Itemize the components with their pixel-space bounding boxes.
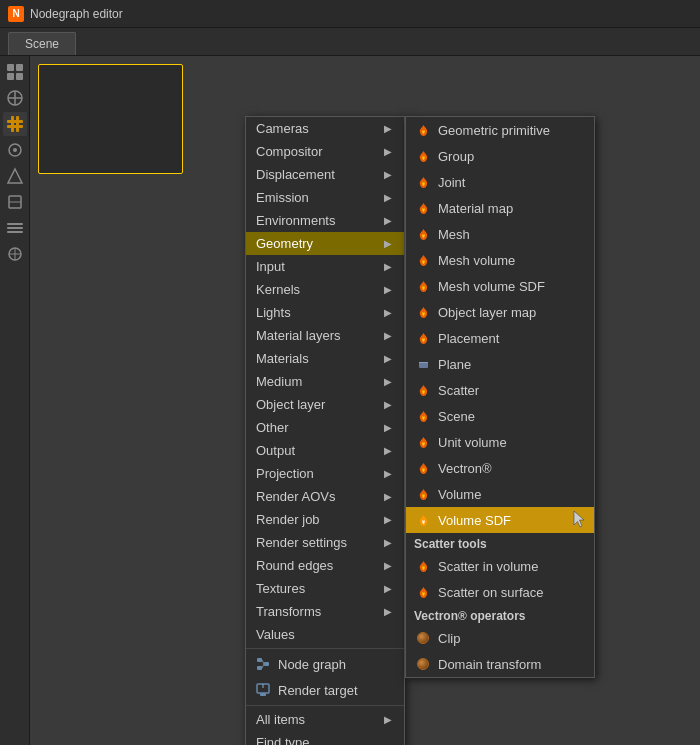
menu-item-find-type[interactable]: Find type... [246,731,404,745]
menu-item-render-job[interactable]: Render job ▶ [246,508,404,531]
tab-bar: Scene [0,28,700,56]
submenu-item-domain-transform[interactable]: Domain transform [406,651,594,677]
mesh-volume-icon [414,251,432,269]
render-target-label: Render target [278,683,358,698]
menu-item-material-layers[interactable]: Material layers ▶ [246,324,404,347]
scatter-in-volume-label: Scatter in volume [438,559,538,574]
menu-item-lights[interactable]: Lights ▶ [246,301,404,324]
mesh-volume-sdf-icon [414,277,432,295]
sidebar-icon-7[interactable] [3,216,27,240]
arrow-environments: ▶ [384,215,392,226]
submenu-item-placement[interactable]: Placement [406,325,594,351]
sidebar-icon-2[interactable] [3,86,27,110]
submenu-item-mesh-volume-sdf[interactable]: Mesh volume SDF [406,273,594,299]
geometric-primitive-icon [414,121,432,139]
submenu-item-vectron[interactable]: Vectron® [406,455,594,481]
svg-rect-0 [7,64,14,71]
arrow-transforms: ▶ [384,606,392,617]
menu-item-projection[interactable]: Projection ▶ [246,462,404,485]
submenu-item-unit-volume[interactable]: Unit volume [406,429,594,455]
svg-point-12 [13,148,17,152]
material-map-icon [414,199,432,217]
arrow-object-layer: ▶ [384,399,392,410]
menu-item-other[interactable]: Other ▶ [246,416,404,439]
menu-item-textures[interactable]: Textures ▶ [246,577,404,600]
group-label: Group [438,149,474,164]
menu-item-round-edges[interactable]: Round edges ▶ [246,554,404,577]
menu-item-environments[interactable]: Environments ▶ [246,209,404,232]
menu-item-cameras[interactable]: Cameras ▶ [246,117,404,140]
sidebar-icon-3[interactable] [3,112,27,136]
menu-item-node-graph[interactable]: Node graph [246,651,404,677]
submenu-item-volume-sdf[interactable]: Volume SDF [406,507,594,533]
menu-item-render-aovs[interactable]: Render AOVs ▶ [246,485,404,508]
menu-item-all-items[interactable]: All items ▶ [246,708,404,731]
svg-rect-10 [16,116,19,132]
menu-item-transforms[interactable]: Transforms ▶ [246,600,404,623]
separator-1 [246,648,404,649]
menu-item-compositor[interactable]: Compositor ▶ [246,140,404,163]
submenu-item-plane[interactable]: Plane [406,351,594,377]
mesh-volume-sdf-label: Mesh volume SDF [438,279,545,294]
clip-label: Clip [438,631,460,646]
mesh-icon [414,225,432,243]
node-preview [38,64,183,174]
joint-label: Joint [438,175,465,190]
submenu-item-scatter-in-volume[interactable]: Scatter in volume [406,553,594,579]
submenu-item-group[interactable]: Group [406,143,594,169]
volume-sdf-label: Volume SDF [438,513,511,528]
context-menu-wrapper: Cameras ▶ Compositor ▶ Displacement ▶ Em… [245,116,405,745]
submenu-item-geometric-primitive[interactable]: Geometric primitive [406,117,594,143]
menu-item-emission[interactable]: Emission ▶ [246,186,404,209]
sidebar-icon-5[interactable] [3,164,27,188]
scene-label: Scene [438,409,475,424]
submenu-item-mesh-volume[interactable]: Mesh volume [406,247,594,273]
menu-item-geometry[interactable]: Geometry ▶ [246,232,404,255]
menu-item-output[interactable]: Output ▶ [246,439,404,462]
submenu-item-volume[interactable]: Volume [406,481,594,507]
tab-scene[interactable]: Scene [8,32,76,55]
menu-item-object-layer[interactable]: Object layer ▶ [246,393,404,416]
menu-item-medium[interactable]: Medium ▶ [246,370,404,393]
arrow-material-layers: ▶ [384,330,392,341]
svg-rect-18 [7,231,23,233]
sidebar-icon-4[interactable] [3,138,27,162]
scatter-tools-header: Scatter tools [406,533,594,553]
menu-item-materials[interactable]: Materials ▶ [246,347,404,370]
menu-item-values[interactable]: Values [246,623,404,646]
arrow-all-items: ▶ [384,714,392,725]
sidebar-icon-8[interactable] [3,242,27,266]
svg-rect-9 [11,116,14,132]
menu-item-render-target[interactable]: Render target [246,677,404,703]
submenu-item-object-layer-map[interactable]: Object layer map [406,299,594,325]
svg-rect-16 [7,223,23,225]
submenu-item-scatter[interactable]: Scatter [406,377,594,403]
geometric-primitive-label: Geometric primitive [438,123,550,138]
sidebar-icon-1[interactable] [3,60,27,84]
volume-label: Volume [438,487,481,502]
arrow-render-aovs: ▶ [384,491,392,502]
submenu-item-scene[interactable]: Scene [406,403,594,429]
mesh-volume-label: Mesh volume [438,253,515,268]
menu-item-input[interactable]: Input ▶ [246,255,404,278]
clip-icon [414,629,432,647]
submenu-item-mesh[interactable]: Mesh [406,221,594,247]
svg-rect-3 [16,73,23,80]
mesh-label: Mesh [438,227,470,242]
scatter-on-surface-label: Scatter on surface [438,585,544,600]
svg-rect-8 [7,125,23,128]
submenu-item-scatter-on-surface[interactable]: Scatter on surface [406,579,594,605]
arrow-other: ▶ [384,422,392,433]
scatter-label: Scatter [438,383,479,398]
menu-item-displacement[interactable]: Displacement ▶ [246,163,404,186]
submenu-item-joint[interactable]: Joint [406,169,594,195]
submenu-item-clip[interactable]: Clip [406,625,594,651]
node-graph-icon [254,655,272,673]
separator-2 [246,705,404,706]
menu-item-render-settings[interactable]: Render settings ▶ [246,531,404,554]
sidebar-icon-6[interactable] [3,190,27,214]
submenu-item-material-map[interactable]: Material map [406,195,594,221]
svg-rect-23 [264,662,269,666]
menu-item-kernels[interactable]: Kernels ▶ [246,278,404,301]
placement-label: Placement [438,331,499,346]
